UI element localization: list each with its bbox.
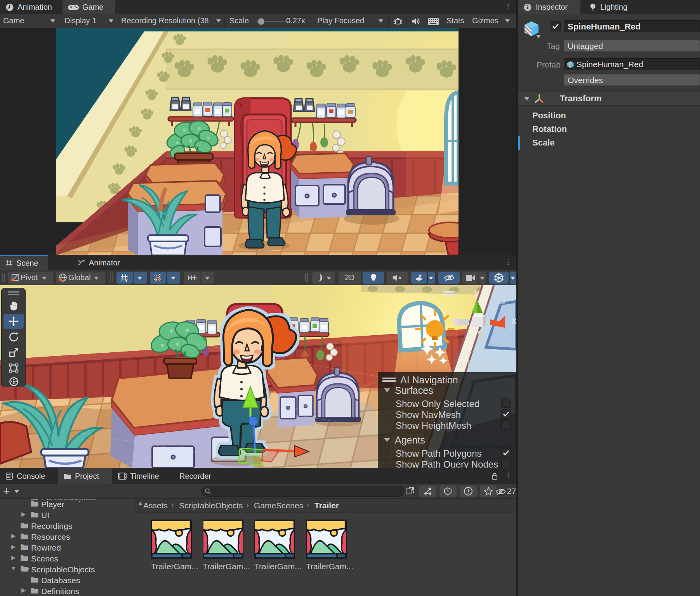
svg-text:Y: Y [125,278,128,282]
svg-text:x: x [512,315,516,326]
svg-text:y: y [474,287,479,298]
svg-text:‹ Persp: ‹ Persp [460,357,498,370]
